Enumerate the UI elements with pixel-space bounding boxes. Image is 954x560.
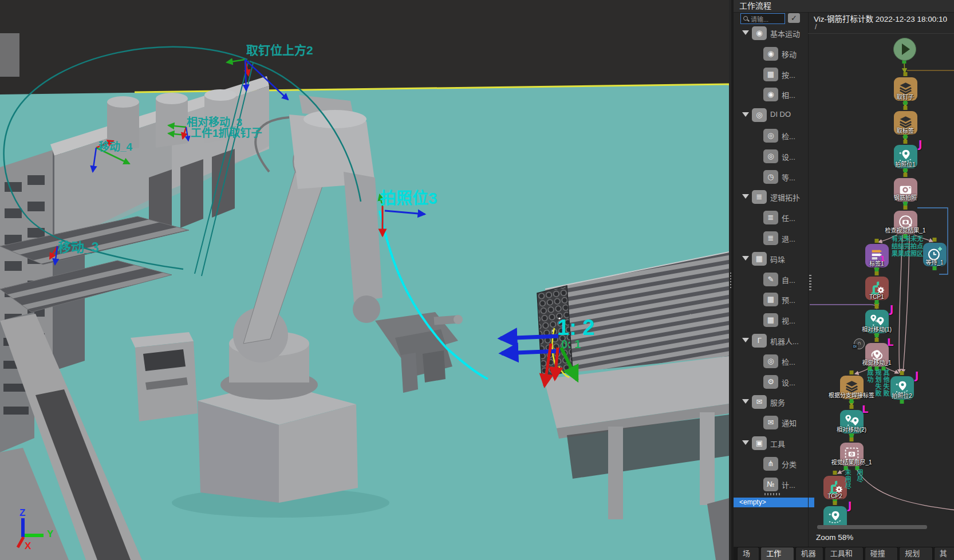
pin-icon: ◉ bbox=[752, 26, 767, 40]
ring-icon: ◎ bbox=[763, 149, 778, 163]
palette-label: 分类 bbox=[782, 459, 797, 470]
tab-工作流程[interactable]: 工作流程 bbox=[760, 547, 794, 560]
palette-group-4[interactable]: Γ机器人... bbox=[734, 333, 808, 350]
tab-工具和工件[interactable]: 工具和工件 bbox=[825, 547, 864, 560]
palette-label: 自... bbox=[782, 274, 795, 285]
search-input[interactable]: 请输... bbox=[740, 13, 785, 24]
graph-node-检查视觉结果_1[interactable]: 检查视觉结果_1 bbox=[894, 211, 917, 234]
pin-grid-icon: ▦ bbox=[763, 68, 778, 81]
graph-node-标签1[interactable]: 1标签1 bbox=[865, 244, 889, 267]
node-label: 根据分支焊接标签 bbox=[829, 391, 874, 399]
node-label: 检查视觉结果_1 bbox=[885, 226, 925, 234]
graph-node-根据分支焊接标签[interactable]: 根据分支焊接标签 bbox=[840, 376, 864, 399]
palette-label: 检... bbox=[782, 131, 795, 141]
label-ratio: 1: 2 bbox=[557, 316, 594, 340]
palette-item-1-0[interactable]: ◎检... bbox=[734, 128, 808, 145]
collapse-triangle-icon[interactable] bbox=[742, 440, 749, 445]
palette-item-3-1[interactable]: ▦预... bbox=[734, 291, 808, 309]
search-icon bbox=[743, 16, 748, 21]
graph-node-相对移动(1)[interactable]: J相对移动(1) bbox=[865, 310, 889, 333]
robot-check-icon: ◎ bbox=[763, 354, 778, 368]
palette-label: 任... bbox=[782, 212, 795, 223]
palette-resize-handle[interactable] bbox=[764, 493, 780, 495]
palette-label: 基本运动 bbox=[770, 28, 800, 39]
palette-group-0[interactable]: ◉基本运动 bbox=[734, 25, 808, 42]
tab-规划历史[interactable]: 规划历史 bbox=[899, 547, 933, 560]
graph-node-相对移动(2)[interactable]: L相对移动(2) bbox=[840, 410, 864, 433]
search-placeholder: 请输... bbox=[751, 14, 768, 23]
graph-node-TCP2[interactable]: TCP2 bbox=[823, 476, 847, 499]
graph-node-n16[interactable]: J bbox=[823, 506, 847, 526]
pallet-icon: ▦ bbox=[752, 252, 767, 266]
label-move4: 移动_4 bbox=[98, 140, 133, 153]
palette-group-1[interactable]: ◎DI DO bbox=[734, 107, 808, 124]
node-label: 拍照位2 bbox=[892, 391, 912, 400]
collapse-triangle-icon[interactable] bbox=[742, 30, 749, 35]
start-node-play-button[interactable] bbox=[893, 38, 916, 61]
robot-gear-icon: ⚙ bbox=[763, 375, 778, 389]
counter-icon: № bbox=[763, 478, 778, 491]
graph-node-视觉结果用尽_1[interactable]: 视觉结果用尽_1 bbox=[840, 443, 864, 466]
tab-其他[interactable]: 其他 bbox=[934, 547, 954, 560]
graph-node-等待_1[interactable]: 等待_1 bbox=[923, 243, 947, 266]
palette-item-4-1[interactable]: ⚙设... bbox=[734, 374, 808, 391]
palette-group-3[interactable]: ▦码垛 bbox=[734, 251, 808, 268]
palette-label: 设... bbox=[782, 377, 795, 388]
node-label: 取钉子 bbox=[897, 92, 914, 101]
app-window: 取钉位上方2 相对移动_3 工件1抓取钉子 移动_4 移动_3 拍照位3 1: … bbox=[0, 0, 954, 560]
palette-group-6[interactable]: ▣工具 bbox=[734, 435, 808, 452]
workflow-panel: 工作流程 请输... ✓ ◉基本运动◉移动▦按...◉相...◎DI DO◎检.… bbox=[731, 0, 954, 560]
palette-item-4-0[interactable]: ◎检... bbox=[734, 353, 808, 370]
palette-item-2-0[interactable]: ≣任... bbox=[734, 210, 808, 227]
palette-label: 逻辑拓扑 bbox=[770, 192, 800, 203]
tab-场景[interactable]: 场景 bbox=[737, 547, 759, 560]
node-label: 取标签 bbox=[897, 126, 914, 135]
node-type-badge: J bbox=[915, 369, 919, 381]
graph-node-钢筋拍照[interactable]: 钢筋拍照 bbox=[894, 178, 917, 202]
palette-group-2[interactable]: ≣逻辑拓扑 bbox=[734, 189, 808, 206]
axis-x-label: X bbox=[25, 541, 31, 551]
collapse-triangle-icon[interactable] bbox=[742, 256, 749, 261]
palette-item-6-0[interactable]: ⋔分类 bbox=[734, 456, 808, 473]
collapse-triangle-icon[interactable] bbox=[742, 338, 749, 342]
palette-empty-item[interactable]: <empty> bbox=[734, 498, 814, 507]
palette-item-2-1[interactable]: ≣退... bbox=[734, 230, 808, 247]
graph-horizontal-scrollbar[interactable] bbox=[817, 525, 927, 529]
palette-item-1-2[interactable]: ◷等... bbox=[734, 169, 808, 186]
palette-item-0-2[interactable]: ◉相... bbox=[734, 86, 808, 104]
palette-label: 退... bbox=[782, 233, 795, 244]
node-label: TCP2 bbox=[827, 493, 842, 499]
palette-item-3-2[interactable]: ▦视... bbox=[734, 312, 808, 329]
3d-viewport[interactable]: 取钉位上方2 相对移动_3 工件1抓取钉子 移动_4 移动_3 拍照位3 1: … bbox=[0, 0, 729, 560]
search-checkbox[interactable]: ✓ bbox=[788, 13, 800, 23]
palette-item-5-0[interactable]: ✉通知 bbox=[734, 415, 808, 432]
palette-label: 等... bbox=[782, 172, 795, 183]
chat-icon: ✉ bbox=[763, 416, 778, 429]
palette-label: 服务 bbox=[770, 397, 785, 408]
tab-机器人[interactable]: 机器人 bbox=[795, 547, 823, 560]
workflow-graph-canvas[interactable]: 取钉子 取标签J拍照位1 钢筋拍照 检查视觉结果_1 1标签1 等待_1 TCP… bbox=[808, 33, 954, 525]
collapse-triangle-icon[interactable] bbox=[742, 399, 749, 404]
palette-item-3-0[interactable]: ✎自... bbox=[734, 271, 808, 289]
collapse-triangle-icon[interactable] bbox=[742, 112, 749, 117]
graph-node-视觉移动_1[interactable]: L视觉移动_1 bbox=[865, 343, 889, 366]
node-label: 视觉移动_1 bbox=[862, 358, 891, 366]
graph-node-取标签[interactable]: 取标签 bbox=[894, 111, 917, 135]
palette-group-5[interactable]: ✉服务 bbox=[734, 394, 808, 411]
palette-item-1-1[interactable]: ◎设... bbox=[734, 148, 808, 165]
axis-y-label: Y bbox=[47, 529, 54, 539]
pallet-edit-icon: ✎ bbox=[763, 273, 778, 286]
palette-item-0-1[interactable]: ▦按... bbox=[734, 66, 808, 84]
pallet-icon: ▦ bbox=[763, 293, 778, 306]
tab-碰撞检测[interactable]: 碰撞检测 bbox=[865, 547, 898, 560]
graph-node-取钉子[interactable]: 取钉子 bbox=[894, 77, 917, 101]
graph-node-拍照位2[interactable]: J拍照位2 bbox=[890, 376, 914, 400]
graph-node-拍照位1[interactable]: J拍照位1 bbox=[894, 145, 917, 168]
collapse-triangle-icon[interactable] bbox=[742, 194, 749, 199]
palette-item-6-1[interactable]: №计... bbox=[734, 476, 808, 492]
axis-z-label: Z bbox=[19, 507, 25, 518]
graph-breadcrumb[interactable]: / bbox=[815, 23, 817, 31]
palette-item-0-0[interactable]: ◉移动 bbox=[734, 46, 808, 63]
graph-node-TCP1[interactable]: TCP1 bbox=[865, 277, 889, 300]
label-grab-nail: 工件1抓取钉子 bbox=[191, 127, 262, 139]
